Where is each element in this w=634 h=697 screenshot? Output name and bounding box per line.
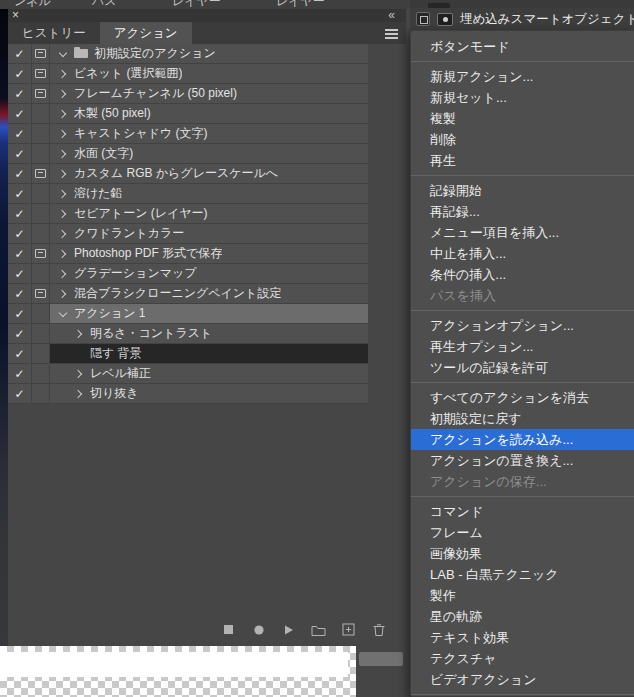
menu-item[interactable]: メニュー項目を挿入...: [411, 222, 634, 243]
scrollbar-thumb[interactable]: [359, 652, 403, 666]
item-toggle-checkbox[interactable]: ✓: [8, 364, 32, 383]
menu-item[interactable]: アクションオプション...: [411, 315, 634, 336]
chevron-right-icon[interactable]: [58, 171, 68, 177]
action-row[interactable]: ✓隠す 背景: [8, 344, 368, 364]
menu-item[interactable]: ボタンモード: [411, 36, 634, 57]
dialog-toggle-cell[interactable]: [32, 304, 50, 323]
action-row[interactable]: ✓混合ブラシクローニングペイント設定: [8, 284, 368, 304]
chevron-right-icon[interactable]: [58, 131, 68, 137]
menu-item[interactable]: 製作: [411, 585, 634, 606]
item-toggle-checkbox[interactable]: ✓: [8, 44, 32, 63]
panel-menu-icon[interactable]: [385, 29, 398, 39]
chevron-right-icon[interactable]: [58, 71, 68, 77]
action-row[interactable]: ✓水面 (文字): [8, 144, 368, 164]
item-toggle-checkbox[interactable]: ✓: [8, 344, 32, 363]
item-toggle-checkbox[interactable]: ✓: [8, 84, 32, 103]
item-toggle-checkbox[interactable]: ✓: [8, 224, 32, 243]
chevron-right-icon[interactable]: [58, 291, 68, 297]
chevron-right-icon[interactable]: [58, 231, 68, 237]
chevron-down-icon[interactable]: [58, 52, 68, 56]
item-toggle-checkbox[interactable]: ✓: [8, 124, 32, 143]
action-row[interactable]: ✓溶けた鉛: [8, 184, 368, 204]
action-row[interactable]: ✓アクション 1: [8, 304, 368, 324]
record-icon[interactable]: [251, 622, 266, 637]
menu-item[interactable]: ツールの記録を許可: [411, 357, 634, 378]
item-toggle-checkbox[interactable]: ✓: [8, 104, 32, 123]
chevron-right-icon[interactable]: [58, 91, 68, 97]
action-row[interactable]: ✓レベル補正: [8, 364, 368, 384]
dialog-toggle-cell[interactable]: [32, 184, 50, 203]
item-toggle-checkbox[interactable]: ✓: [8, 244, 32, 263]
tab-actions[interactable]: アクション: [100, 22, 192, 44]
menu-item[interactable]: 星の軌跡: [411, 606, 634, 627]
menu-item[interactable]: LAB - 白黒テクニック: [411, 564, 634, 585]
dialog-toggle-cell[interactable]: [32, 224, 50, 243]
action-row[interactable]: ✓キャストシャドウ (文字): [8, 124, 368, 144]
menu-item[interactable]: 初期設定に戻す: [411, 408, 634, 429]
menu-item[interactable]: コマンド: [411, 501, 634, 522]
menu-item[interactable]: ビデオアクション: [411, 669, 634, 690]
dialog-toggle-cell[interactable]: [32, 84, 50, 103]
play-icon[interactable]: [281, 622, 296, 637]
dialog-toggle-cell[interactable]: [32, 324, 50, 343]
panel-close-icon[interactable]: ×: [12, 9, 19, 22]
item-toggle-checkbox[interactable]: ✓: [8, 164, 32, 183]
dialog-toggle-cell[interactable]: [32, 344, 50, 363]
dialog-toggle-cell[interactable]: [32, 264, 50, 283]
action-row[interactable]: ✓Photoshop PDF 形式で保存: [8, 244, 368, 264]
menu-item[interactable]: 再生オプション...: [411, 336, 634, 357]
action-row[interactable]: ✓ビネット (選択範囲): [8, 64, 368, 84]
action-row[interactable]: ✓カスタム RGB からグレースケールへ: [8, 164, 368, 184]
menu-item[interactable]: 記録開始: [411, 180, 634, 201]
menu-item[interactable]: 削除: [411, 129, 634, 150]
dialog-toggle-cell[interactable]: [32, 164, 50, 183]
item-toggle-checkbox[interactable]: ✓: [8, 284, 32, 303]
chevron-right-icon[interactable]: [58, 191, 68, 197]
tab-history[interactable]: ヒストリー: [8, 22, 100, 44]
menu-item[interactable]: 再記録...: [411, 201, 634, 222]
action-set-row[interactable]: ✓初期設定のアクション: [8, 44, 368, 64]
collapse-panel-icon[interactable]: «: [388, 8, 396, 22]
new-action-icon[interactable]: [341, 622, 356, 637]
item-toggle-checkbox[interactable]: ✓: [8, 304, 32, 323]
dialog-toggle-cell[interactable]: [32, 44, 50, 63]
menu-item[interactable]: 新規アクション...: [411, 66, 634, 87]
dialog-toggle-cell[interactable]: [32, 204, 50, 223]
menu-item[interactable]: 画像効果: [411, 543, 634, 564]
item-toggle-checkbox[interactable]: ✓: [8, 324, 32, 343]
item-toggle-checkbox[interactable]: ✓: [8, 384, 32, 403]
menu-item[interactable]: テキスト効果: [411, 627, 634, 648]
action-row[interactable]: ✓切り抜き: [8, 384, 368, 404]
action-row[interactable]: ✓明るさ・コントラスト: [8, 324, 368, 344]
menu-item[interactable]: アクションを読み込み...: [411, 429, 634, 450]
chevron-right-icon[interactable]: [58, 211, 68, 217]
menu-item[interactable]: すべてのアクションを消去: [411, 387, 634, 408]
menu-item[interactable]: アクションの置き換え...: [411, 450, 634, 471]
item-toggle-checkbox[interactable]: ✓: [8, 204, 32, 223]
chevron-right-icon[interactable]: [58, 151, 68, 157]
dialog-toggle-cell[interactable]: [32, 364, 50, 383]
dialog-toggle-cell[interactable]: [32, 284, 50, 303]
chevron-down-icon[interactable]: [58, 312, 68, 316]
menu-item[interactable]: 複製: [411, 108, 634, 129]
new-set-icon[interactable]: [311, 622, 326, 637]
menu-item[interactable]: フレーム: [411, 522, 634, 543]
menu-item[interactable]: 中止を挿入...: [411, 243, 634, 264]
menu-item[interactable]: テクスチャ: [411, 648, 634, 669]
chevron-right-icon[interactable]: [58, 251, 68, 257]
dialog-toggle-cell[interactable]: [32, 244, 50, 263]
action-row[interactable]: ✓木製 (50 pixel): [8, 104, 368, 124]
delete-icon[interactable]: [371, 622, 386, 637]
chevron-right-icon[interactable]: [74, 331, 84, 337]
dialog-toggle-cell[interactable]: [32, 104, 50, 123]
chevron-right-icon[interactable]: [58, 111, 68, 117]
action-row[interactable]: ✓グラデーションマップ: [8, 264, 368, 284]
item-toggle-checkbox[interactable]: ✓: [8, 184, 32, 203]
chevron-right-icon[interactable]: [58, 271, 68, 277]
menu-item[interactable]: 条件の挿入...: [411, 264, 634, 285]
item-toggle-checkbox[interactable]: ✓: [8, 144, 32, 163]
chevron-right-icon[interactable]: [74, 391, 84, 397]
action-row[interactable]: ✓セピアトーン (レイヤー): [8, 204, 368, 224]
stop-icon[interactable]: [221, 622, 236, 637]
dialog-toggle-cell[interactable]: [32, 144, 50, 163]
